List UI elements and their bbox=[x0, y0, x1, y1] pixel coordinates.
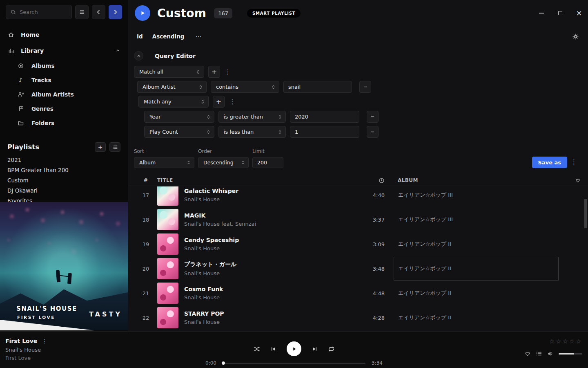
track-album[interactable]: エイリアン☆ポップ III bbox=[394, 208, 559, 231]
now-playing-artwork[interactable]: SNAIL'S HOUSE FIRST LOVE TASTY bbox=[0, 202, 128, 330]
sort-direction-button[interactable]: Ascending bbox=[152, 33, 185, 40]
settings-button[interactable] bbox=[572, 33, 579, 40]
repeat-icon bbox=[328, 346, 335, 352]
rule-operator-select[interactable]: contains bbox=[211, 81, 279, 93]
table-row[interactable]: 22 STARRY POP Snail's House 4:28 エイリアン☆ポ… bbox=[128, 305, 588, 330]
track-album[interactable]: エイリアン☆ポップ II bbox=[394, 306, 559, 330]
stepper-icon bbox=[196, 69, 201, 75]
save-as-button[interactable]: Save as bbox=[532, 157, 567, 168]
rule-field-select[interactable]: Year bbox=[144, 111, 214, 123]
sidebar-item-folders[interactable]: Folders bbox=[0, 116, 128, 130]
play-playlist-button[interactable] bbox=[135, 5, 150, 21]
rule-operator-select[interactable]: is greater than bbox=[218, 111, 286, 123]
sidebar-item-genres[interactable]: Genres bbox=[0, 101, 128, 116]
sidebar-item-tracks[interactable]: ♪ Tracks bbox=[0, 73, 128, 87]
rule-operator-select[interactable]: is less than bbox=[218, 126, 286, 138]
search-input[interactable] bbox=[20, 9, 67, 15]
queue-button[interactable] bbox=[536, 350, 542, 357]
query-editor: Query Editor Match all + ⋮ Album Artist … bbox=[134, 51, 379, 138]
sidebar-item-album-artists[interactable]: Album Artists bbox=[0, 87, 128, 101]
group-menu-button[interactable]: ⋮ bbox=[224, 68, 232, 76]
column-header-title[interactable]: TITLE bbox=[157, 177, 361, 183]
track-duration: 4:48 bbox=[361, 290, 398, 296]
menu-button[interactable] bbox=[75, 5, 89, 19]
playlist-item[interactable]: BPM Greater than 200 bbox=[7, 165, 120, 175]
match-type-select[interactable]: Match all bbox=[134, 66, 204, 78]
star-icon[interactable]: ☆ bbox=[569, 338, 575, 345]
nav-back-button[interactable] bbox=[92, 5, 105, 19]
sidebar-item-home[interactable]: Home bbox=[0, 27, 128, 43]
query-editor-collapse-button[interactable] bbox=[134, 51, 143, 61]
maximize-button[interactable] bbox=[557, 10, 564, 16]
play-pause-button[interactable] bbox=[287, 341, 301, 356]
star-icon[interactable]: ☆ bbox=[549, 338, 555, 345]
column-header-favorite[interactable] bbox=[568, 177, 588, 183]
track-album-focused-cell[interactable]: エイリアン☆ポップ II bbox=[394, 257, 559, 280]
gear-icon bbox=[572, 33, 579, 40]
column-header-duration[interactable] bbox=[361, 177, 398, 184]
stepper-icon bbox=[206, 129, 211, 135]
table-row[interactable]: 18 MAGIK Snail's House feat. Sennzai 3:3… bbox=[128, 207, 588, 232]
sidebar-item-library[interactable]: Library bbox=[0, 43, 128, 58]
star-icon[interactable]: ☆ bbox=[576, 338, 581, 345]
playlist-item[interactable]: DJ Okawari bbox=[7, 186, 120, 196]
playlists-header: Playlists + bbox=[7, 142, 120, 152]
track-album[interactable]: エイリアン☆ポップ II bbox=[394, 232, 559, 256]
query-root-group: Match all + ⋮ bbox=[134, 66, 379, 78]
seek-handle[interactable] bbox=[222, 361, 225, 365]
close-button[interactable]: × bbox=[576, 10, 582, 16]
volume-slider[interactable] bbox=[559, 353, 582, 355]
next-button[interactable] bbox=[312, 346, 318, 352]
playlist-item[interactable]: Custom bbox=[7, 175, 120, 186]
add-playlist-button[interactable]: + bbox=[95, 142, 106, 152]
table-row[interactable]: 19 Candy Spaceship Snail's House 3:09 エイ… bbox=[128, 232, 588, 256]
playlist-item[interactable]: 2021 bbox=[7, 155, 120, 165]
save-options-button[interactable]: ⋮ bbox=[571, 158, 577, 166]
sort-field-button[interactable]: Id bbox=[137, 33, 143, 40]
result-sort-select[interactable]: Album bbox=[134, 157, 194, 168]
star-icon[interactable]: ☆ bbox=[556, 338, 561, 345]
sidebar-item-albums[interactable]: Albums bbox=[0, 58, 128, 73]
minimize-button[interactable] bbox=[538, 10, 545, 16]
search-box[interactable] bbox=[6, 5, 72, 19]
rule-value-input[interactable] bbox=[290, 126, 359, 138]
library-collapse[interactable] bbox=[115, 48, 120, 53]
shuffle-button[interactable] bbox=[253, 346, 260, 352]
rule-field-select[interactable]: Play Count bbox=[144, 126, 214, 138]
nav-forward-button[interactable] bbox=[109, 5, 122, 19]
table-row[interactable]: 21 Cosmo Funk Snail's House 4:48 エイリアン☆ポ… bbox=[128, 281, 588, 305]
repeat-button[interactable] bbox=[328, 346, 335, 352]
add-rule-button[interactable]: + bbox=[208, 66, 220, 78]
remove-rule-button[interactable] bbox=[367, 111, 379, 123]
match-type-select[interactable]: Match any bbox=[138, 96, 209, 108]
table-header: # TITLE ALBUM bbox=[128, 175, 588, 186]
track-album[interactable]: エイリアン☆ポップ II bbox=[394, 281, 559, 305]
column-header-index[interactable]: # bbox=[134, 177, 157, 183]
column-header-album[interactable]: ALBUM bbox=[398, 177, 568, 183]
rule-value-input[interactable] bbox=[290, 111, 359, 123]
favorite-button[interactable] bbox=[524, 350, 531, 357]
remove-rule-button[interactable] bbox=[367, 126, 379, 138]
result-order-select[interactable]: Descending bbox=[198, 157, 249, 168]
match-type-value: Match all bbox=[139, 69, 163, 75]
track-title: Cosmo Funk bbox=[184, 286, 361, 292]
stepper-icon bbox=[198, 84, 203, 90]
previous-button[interactable] bbox=[270, 346, 276, 352]
playlists-title: Playlists bbox=[7, 143, 39, 151]
table-row[interactable]: 17 Galactic Whisper Snail's House 4:40 エ… bbox=[128, 186, 588, 207]
limit-input[interactable] bbox=[252, 157, 283, 168]
rule-field-select[interactable]: Album Artist bbox=[137, 81, 207, 93]
volume-button[interactable] bbox=[547, 350, 554, 357]
rule-value-input[interactable] bbox=[283, 81, 352, 93]
star-icon[interactable]: ☆ bbox=[563, 338, 568, 345]
more-options-button[interactable]: ⋯ bbox=[196, 33, 202, 40]
remove-rule-button[interactable] bbox=[359, 81, 371, 93]
seek-slider[interactable] bbox=[223, 363, 365, 364]
scrollbar-thumb[interactable] bbox=[584, 199, 587, 228]
table-row[interactable]: 20 プラネット・ガール Snail's House 3:48 エイリアン☆ポッ… bbox=[128, 256, 588, 281]
now-playing-menu-button[interactable]: ⋮ bbox=[42, 338, 47, 344]
add-rule-button[interactable]: + bbox=[213, 96, 225, 108]
playlist-list-button[interactable] bbox=[109, 142, 120, 152]
group-menu-button[interactable]: ⋮ bbox=[229, 98, 236, 105]
track-album[interactable]: エイリアン☆ポップ III bbox=[394, 186, 559, 207]
